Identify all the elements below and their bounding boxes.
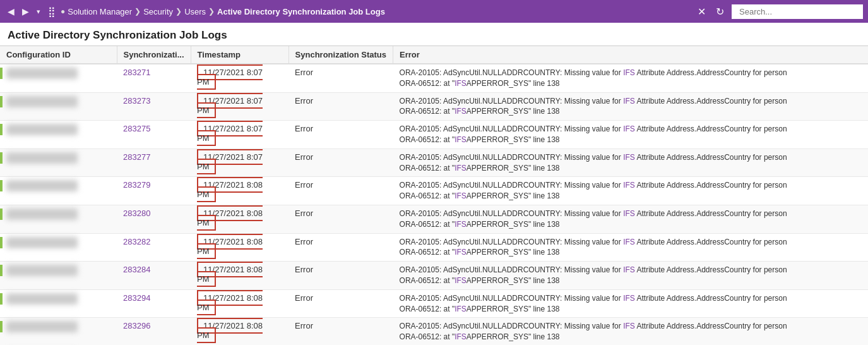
ifs-link[interactable]: IFS — [455, 107, 467, 116]
cell-config-id: ████████ ████ — [0, 64, 117, 82]
cell-timestamp: 11/27/2021 8:08 PM — [191, 177, 288, 205]
sync-id-link[interactable]: 283294 — [123, 293, 150, 303]
sync-id-link[interactable]: 283271 — [123, 68, 150, 77]
cell-sync-id[interactable]: 283296 — [117, 318, 191, 345]
dropdown-button[interactable]: ▾ — [34, 6, 43, 17]
cell-sync-id[interactable]: 283280 — [117, 205, 191, 233]
ifs-link[interactable]: IFS — [455, 276, 467, 285]
config-id-value: ████████ ████ — [6, 293, 78, 305]
row-accent-bar — [0, 293, 3, 305]
cell-status: Error — [288, 318, 393, 345]
error-text: ORA-06512: at "IFSAPPERROR_SYS" line 138 — [400, 135, 862, 145]
ifs-link[interactable]: IFS — [623, 322, 635, 330]
ifs-link[interactable]: IFS — [623, 97, 635, 106]
navigation-bar: ◀ ▶ ▾ ⣿ ● Solution Manager ❯ Security ❯ … — [0, 0, 868, 23]
ifs-link[interactable]: IFS — [623, 238, 635, 246]
ifs-link[interactable]: IFS — [623, 124, 635, 133]
timestamp-value: 11/27/2021 8:08 PM — [197, 234, 263, 259]
cell-status: Error — [288, 289, 393, 318]
error-text: ORA-20105: AdSyncUtil.NULLADDRCOUNTRY: M… — [400, 265, 862, 275]
grid-menu-icon[interactable]: ⣿ — [45, 4, 58, 19]
nav-actions: ✕ ↻ — [695, 4, 863, 19]
error-text: ORA-20105: AdSyncUtil.NULLADDRCOUNTRY: M… — [400, 209, 862, 219]
cell-config-id: ████████ ████ — [0, 290, 117, 308]
table-row: ████████ ████28328011/27/2021 8:08 PMErr… — [0, 205, 868, 233]
ifs-link[interactable]: IFS — [455, 135, 467, 144]
cell-status: Error — [288, 205, 393, 233]
error-text: ORA-20105: AdSyncUtil.NULLADDRCOUNTRY: M… — [400, 180, 862, 191]
cell-sync-id[interactable]: 283271 — [117, 64, 191, 92]
cell-sync-id[interactable]: 283294 — [117, 289, 191, 318]
breadcrumb-users[interactable]: Users — [184, 7, 206, 16]
ifs-link[interactable]: IFS — [455, 191, 467, 200]
table-row: ████████ ████28328411/27/2021 8:08 PMErr… — [0, 262, 868, 290]
table-row: ████████ ████28327911/27/2021 8:08 PMErr… — [0, 177, 868, 205]
ifs-link[interactable]: IFS — [455, 220, 467, 229]
cell-error: ORA-20105: AdSyncUtil.NULLADDRCOUNTRY: M… — [393, 177, 868, 205]
row-accent-bar — [0, 265, 3, 276]
search-input[interactable] — [734, 4, 860, 19]
bullet-separator: ● — [61, 7, 65, 16]
error-text: ORA-20105: AdSyncUtil.NULLADDRCOUNTRY: M… — [400, 152, 862, 163]
job-logs-table: Configuration ID Synchronizati... Timest… — [0, 46, 868, 345]
cell-timestamp: 11/27/2021 8:07 PM — [191, 121, 288, 149]
cell-config-id: ████████ ████ — [0, 205, 117, 223]
ifs-link[interactable]: IFS — [455, 79, 467, 88]
timestamp-value: 11/27/2021 8:08 PM — [197, 205, 263, 231]
breadcrumb-sep-1: ❯ — [134, 7, 141, 16]
cell-sync-id[interactable]: 283277 — [117, 148, 191, 177]
breadcrumb-current: Active Directory Synchronization Job Log… — [217, 7, 385, 16]
cell-sync-id[interactable]: 283279 — [117, 177, 191, 205]
ifs-link[interactable]: IFS — [623, 68, 635, 77]
ifs-link[interactable]: IFS — [623, 209, 635, 218]
timestamp-value: 11/27/2021 8:08 PM — [197, 262, 263, 287]
ifs-link[interactable]: IFS — [455, 248, 467, 257]
row-accent-bar — [0, 180, 3, 191]
sync-id-link[interactable]: 283296 — [123, 321, 150, 330]
ifs-link[interactable]: IFS — [623, 181, 635, 190]
table-row: ████████ ████28329611/27/2021 8:08 PMErr… — [0, 318, 868, 345]
sync-id-link[interactable]: 283275 — [123, 124, 150, 133]
cell-error: ORA-20105: AdSyncUtil.NULLADDRCOUNTRY: M… — [393, 289, 868, 318]
sync-id-link[interactable]: 283279 — [123, 180, 150, 190]
ifs-link[interactable]: IFS — [455, 305, 467, 313]
error-text: ORA-06512: at "IFSAPPERROR_SYS" line 138 — [400, 78, 862, 89]
breadcrumb: Solution Manager ❯ Security ❯ Users ❯ Ac… — [68, 7, 693, 16]
cell-sync-id[interactable]: 283282 — [117, 233, 191, 262]
cell-config-id: ████████ ████ — [0, 234, 117, 251]
cell-sync-id[interactable]: 283275 — [117, 121, 191, 149]
back-button[interactable]: ◀ — [5, 5, 17, 18]
config-id-value: ████████ ████ — [6, 321, 78, 332]
cell-config-id: ████████ ████ — [0, 318, 117, 336]
cell-sync-id[interactable]: 283284 — [117, 262, 191, 290]
error-text: ORA-06512: at "IFSAPPERROR_SYS" line 138 — [400, 106, 862, 117]
error-text: ORA-20105: AdSyncUtil.NULLADDRCOUNTRY: M… — [400, 124, 862, 135]
breadcrumb-security[interactable]: Security — [143, 7, 173, 16]
error-text: ORA-20105: AdSyncUtil.NULLADDRCOUNTRY: M… — [400, 68, 862, 78]
cell-error: ORA-20105: AdSyncUtil.NULLADDRCOUNTRY: M… — [393, 121, 868, 149]
breadcrumb-solution-manager[interactable]: Solution Manager — [68, 7, 132, 16]
cell-sync-id[interactable]: 283273 — [117, 92, 191, 121]
ifs-link[interactable]: IFS — [455, 332, 467, 341]
config-id-value: ████████ ████ — [6, 152, 78, 164]
sync-id-link[interactable]: 283284 — [123, 265, 150, 274]
error-text: ORA-20105: AdSyncUtil.NULLADDRCOUNTRY: M… — [400, 96, 862, 107]
sync-id-link[interactable]: 283277 — [123, 152, 150, 162]
error-text: ORA-20105: AdSyncUtil.NULLADDRCOUNTRY: M… — [400, 293, 862, 304]
table-row: ████████ ████28327511/27/2021 8:07 PMErr… — [0, 121, 868, 149]
refresh-button[interactable]: ↻ — [713, 4, 727, 19]
sync-id-link[interactable]: 283280 — [123, 209, 150, 218]
error-text: ORA-20105: AdSyncUtil.NULLADDRCOUNTRY: M… — [400, 237, 862, 248]
ifs-link[interactable]: IFS — [455, 164, 467, 172]
error-text: ORA-06512: at "IFSAPPERROR_SYS" line 138 — [400, 332, 862, 342]
ifs-link[interactable]: IFS — [623, 265, 635, 274]
sync-id-link[interactable]: 283282 — [123, 237, 150, 246]
table-header: Configuration ID Synchronizati... Timest… — [0, 46, 868, 64]
error-text: ORA-06512: at "IFSAPPERROR_SYS" line 138 — [400, 247, 862, 258]
sync-id-link[interactable]: 283273 — [123, 96, 150, 106]
forward-button[interactable]: ▶ — [20, 5, 32, 18]
close-button[interactable]: ✕ — [695, 4, 708, 19]
ifs-link[interactable]: IFS — [623, 153, 635, 162]
row-accent-bar — [0, 124, 3, 135]
ifs-link[interactable]: IFS — [623, 294, 635, 303]
